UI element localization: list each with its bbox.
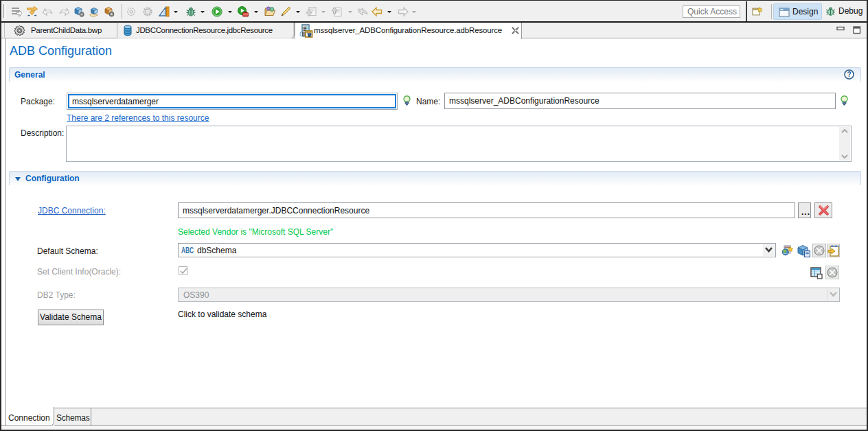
svg-text:ABC: ABC xyxy=(181,245,194,255)
svg-text:?: ? xyxy=(847,71,851,78)
